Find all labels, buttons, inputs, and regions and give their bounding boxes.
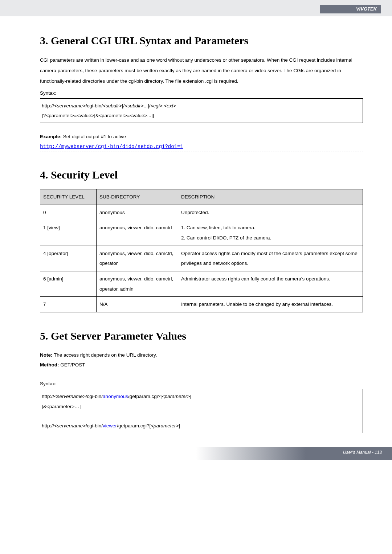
table-row: 0 anonymous Unprotected. (40, 205, 363, 220)
cell-level: 4 [operator] (40, 246, 97, 271)
th-desc: DESCRIPTION (178, 189, 363, 205)
txt: /cgi-bin/ (86, 423, 103, 428)
brand-label: VIVOTEK (320, 5, 381, 13)
txt: ] (179, 423, 180, 428)
txt: /cgi-bin/ (86, 394, 103, 399)
note-text: The access right depends on the URL dire… (53, 352, 157, 358)
txt: /cgi-bin/ (86, 103, 103, 108)
cell-level: 6 [admin] (40, 271, 97, 297)
txt: <subdir> (124, 103, 144, 108)
cell-subdir: N/A (97, 297, 178, 312)
note-label: Note: (40, 352, 53, 358)
example-url-row: http://mywebserver/cgi-bin/dido/setdo.cg… (40, 143, 363, 152)
method-label: Method: (40, 362, 59, 368)
th-level: SECURITY LEVEL (40, 189, 97, 205)
syntax-label: Syntax: (40, 88, 363, 98)
security-table: SECURITY LEVEL SUB-DIRECTORY DESCRIPTION… (40, 189, 363, 312)
cell-subdir: anonymous, viewer, dido, camctrl, operat… (97, 246, 178, 271)
cell-subdir: anonymous (97, 205, 178, 220)
txt: /getparam.cgi?[ (128, 394, 162, 399)
txt: http:// (42, 394, 54, 399)
txt: <servername> (54, 103, 86, 108)
header-band: VIVOTEK (0, 0, 392, 16)
page-content: 3. General CGI URL Syntax and Parameters… (0, 16, 392, 444)
table-row: 1 [view] anonymous, viewer, dido, camctr… (40, 220, 363, 246)
example-text: Set digital output #1 to active (62, 134, 126, 139)
txt: <servername> (54, 423, 86, 428)
example-link[interactable]: http://mywebserver/cgi-bin/dido/setdo.cg… (40, 144, 183, 149)
method-line: Method: GET/POST (40, 360, 363, 370)
cell-subdir: anonymous, viewer, dido, camctrl, operat… (97, 271, 178, 297)
cell-level: 0 (40, 205, 97, 220)
cell-level: 7 (40, 297, 97, 312)
box-line-1: http://<servername>/cgi-bin/anonymous/ge… (42, 391, 361, 402)
txt: <parameter> (162, 394, 190, 399)
th-subdir: SUB-DIRECTORY (97, 189, 178, 205)
cell-desc: 1. Can view, listen, talk to camera. 2. … (178, 220, 363, 246)
txt: <servername> (54, 394, 86, 399)
cell-level: 1 [view] (40, 220, 97, 246)
cell-desc: Internal parameters. Unable to be change… (178, 297, 363, 312)
cell-desc: Unprotected. (178, 205, 363, 220)
spacer (42, 411, 361, 421)
txt: ] (190, 394, 191, 399)
getparam-box: http://<servername>/cgi-bin/anonymous/ge… (40, 389, 363, 433)
cell-desc: Administrator access rights can fully co… (178, 271, 363, 297)
section3-paragraph: CGI parameters are written in lower-case… (40, 55, 363, 86)
section4-title: 4. Security Level (40, 169, 363, 181)
txt: /getparam.cgi?[ (117, 423, 151, 428)
example-label: Example: (40, 134, 62, 139)
table-row: 7 N/A Internal parameters. Unable to be … (40, 297, 363, 312)
txt: <cgi> (150, 103, 162, 108)
box-line-2: [&<parameter>…] (42, 402, 361, 412)
txt: <subdir> (103, 103, 122, 108)
txt: <parameter> (151, 423, 179, 428)
note-block: Note: The access right depends on the UR… (40, 350, 363, 370)
txt: viewer (103, 423, 117, 428)
txt: ...]/ (144, 103, 151, 108)
table-row: 6 [admin] anonymous, viewer, dido, camct… (40, 271, 363, 297)
table-row: 4 [operator] anonymous, viewer, dido, ca… (40, 246, 363, 271)
syntax-box: http://<servername>/cgi-bin/<subdir>[/<s… (40, 98, 363, 123)
cell-desc: Operator access rights can modify most o… (178, 246, 363, 271)
table-header-row: SECURITY LEVEL SUB-DIRECTORY DESCRIPTION (40, 189, 363, 205)
method-text: GET/POST (59, 362, 85, 368)
txt: anonymous (103, 394, 128, 399)
txt: http:// (42, 103, 54, 108)
syntax-line-1: http://<servername>/cgi-bin/<subdir>[/<s… (42, 101, 361, 111)
section5-title: 5. Get Server Parameter Values (40, 330, 363, 342)
section3-title: 3. General CGI URL Syntax and Parameters (40, 34, 363, 47)
example-label-line: Example: Set digital output #1 to active (40, 132, 363, 141)
cell-subdir: anonymous, viewer, dido, camctrl (97, 220, 178, 246)
note-line: Note: The access right depends on the UR… (40, 350, 363, 360)
syntax-line-2: [?<parameter>=<value>[&<parameter>=<valu… (42, 111, 361, 120)
txt: http:// (42, 423, 54, 428)
page-footer: User's Manual - 113 (0, 447, 392, 460)
syntax-label-2: Syntax: (40, 378, 363, 389)
txt: <ext> (164, 103, 176, 108)
box-line-3: http://<servername>/cgi-bin/viewer/getpa… (42, 421, 361, 431)
